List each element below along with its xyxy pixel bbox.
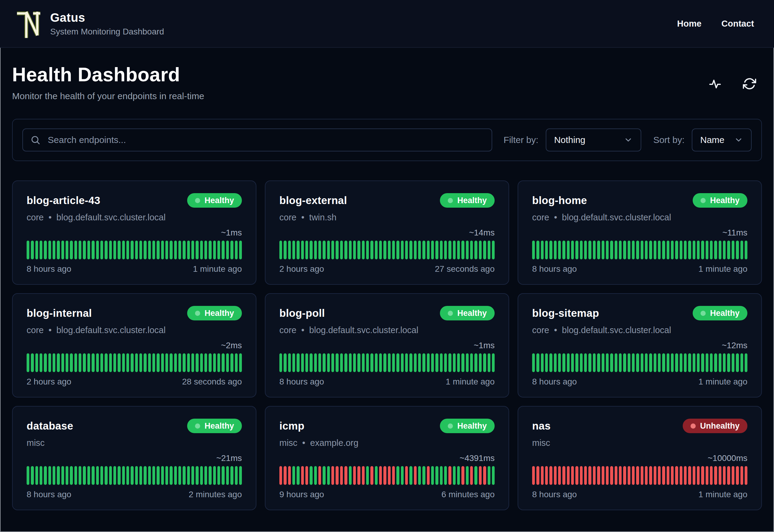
bar-success (706, 241, 708, 259)
endpoint-subtitle: core • blog.default.svc.cluster.local (532, 212, 747, 222)
bar-success (79, 466, 81, 485)
endpoint-card[interactable]: blog-external Healthy core • twin.sh ~14… (265, 180, 509, 285)
gatus-logo-icon[interactable] (16, 8, 41, 39)
bar-success (383, 353, 386, 372)
endpoint-grid: blog-article-43 Healthy core • blog.defa… (0, 180, 774, 510)
bar-success (396, 241, 399, 259)
endpoint-latency: ~21ms (216, 453, 242, 463)
bar-success (401, 353, 404, 372)
bar-success (488, 466, 490, 485)
bar-success (96, 466, 99, 485)
bar-success (492, 353, 495, 372)
bar-success (745, 353, 747, 372)
bar-failure (545, 466, 548, 485)
endpoint-subtitle: core • blog.default.svc.cluster.local (532, 325, 747, 335)
endpoint-latency: ~14ms (469, 228, 495, 238)
bar-success (414, 241, 417, 259)
bar-failure (732, 466, 734, 485)
bar-success (131, 353, 133, 372)
bar-success (684, 241, 687, 259)
bar-success (235, 241, 238, 259)
status-label: Healthy (457, 421, 487, 431)
activity-icon[interactable] (708, 77, 722, 91)
status-badge: Healthy (440, 193, 495, 208)
bar-success (597, 353, 600, 372)
uptime-bars (279, 241, 495, 259)
bar-success (619, 241, 622, 259)
bar-success (57, 241, 60, 259)
bar-success (688, 353, 691, 372)
endpoint-subtitle: core • blog.default.svc.cluster.local (27, 212, 242, 222)
endpoint-latency: ~1ms (474, 341, 495, 350)
bar-success (40, 353, 42, 372)
bar-success (323, 353, 325, 372)
page-subtitle: Monitor the health of your endpoints in … (12, 91, 204, 101)
endpoint-card[interactable]: blog-sitemap Healthy core • blog.default… (518, 293, 762, 397)
sort-select[interactable]: Name (692, 128, 752, 151)
bar-failure (662, 466, 665, 485)
status-badge: Unhealthy (683, 419, 747, 433)
bar-success (314, 353, 317, 372)
bar-success (139, 466, 142, 485)
bar-success (671, 241, 674, 259)
status-badge: Healthy (440, 419, 495, 433)
bar-success (105, 466, 107, 485)
endpoint-card[interactable]: database Healthy misc ~21ms 8 hours ago … (12, 406, 256, 510)
uptime-bars (27, 241, 242, 259)
bar-success (122, 241, 125, 259)
bar-success (719, 241, 721, 259)
status-label: Healthy (710, 196, 740, 205)
bar-success (230, 241, 233, 259)
bar-success (284, 241, 286, 259)
bar-success (279, 241, 282, 259)
bar-success (301, 241, 304, 259)
bar-success (723, 241, 726, 259)
bar-success (409, 241, 412, 259)
bar-success (109, 353, 112, 372)
bar-success (470, 353, 473, 372)
bar-success (427, 353, 430, 372)
uptime-bars (532, 241, 747, 259)
endpoint-card[interactable]: blog-poll Healthy core • blog.default.sv… (265, 293, 509, 397)
top-nav: Home Contact (677, 19, 758, 29)
nav-link-contact[interactable]: Contact (721, 19, 754, 29)
bar-failure (606, 466, 609, 485)
bar-success (204, 353, 207, 372)
bar-success (200, 353, 203, 372)
endpoint-card[interactable]: blog-home Healthy core • blog.default.sv… (518, 180, 762, 285)
endpoint-subtitle: core • twin.sh (279, 212, 495, 222)
refresh-icon[interactable] (743, 77, 756, 91)
bar-success (562, 353, 565, 372)
status-dot-icon (701, 198, 706, 203)
bar-success (414, 353, 417, 372)
bar-success (148, 466, 151, 485)
bar-success (422, 241, 425, 259)
filter-select[interactable]: Nothing (546, 128, 641, 151)
bar-success (105, 353, 107, 372)
bar-failure (370, 466, 373, 485)
bar-failure (383, 466, 386, 485)
bar-success (554, 241, 557, 259)
bar-success (178, 241, 181, 259)
endpoint-card[interactable]: icmp Healthy misc • example.org ~4391ms … (265, 406, 509, 510)
endpoint-card[interactable]: blog-article-43 Healthy core • blog.defa… (12, 180, 256, 285)
site-header: Gatus System Monitoring Dashboard Home C… (0, 0, 774, 48)
bar-success (427, 241, 430, 259)
nav-link-home[interactable]: Home (677, 19, 701, 29)
bar-success (213, 353, 216, 372)
bar-success (580, 353, 583, 372)
endpoint-name: icmp (279, 420, 304, 432)
bar-success (165, 353, 168, 372)
endpoint-card[interactable]: blog-internal Healthy core • blog.defaul… (12, 293, 256, 397)
bar-success (191, 241, 194, 259)
search-input[interactable] (22, 128, 492, 151)
bar-success (217, 353, 220, 372)
bar-failure (448, 466, 451, 485)
bar-success (44, 353, 47, 372)
bar-success (588, 353, 591, 372)
endpoint-card[interactable]: nas Unhealthy misc ~10000ms 8 hours ago … (518, 406, 762, 510)
bar-success (431, 353, 434, 372)
bar-failure (279, 466, 282, 485)
bar-success (567, 241, 570, 259)
bar-success (667, 353, 669, 372)
